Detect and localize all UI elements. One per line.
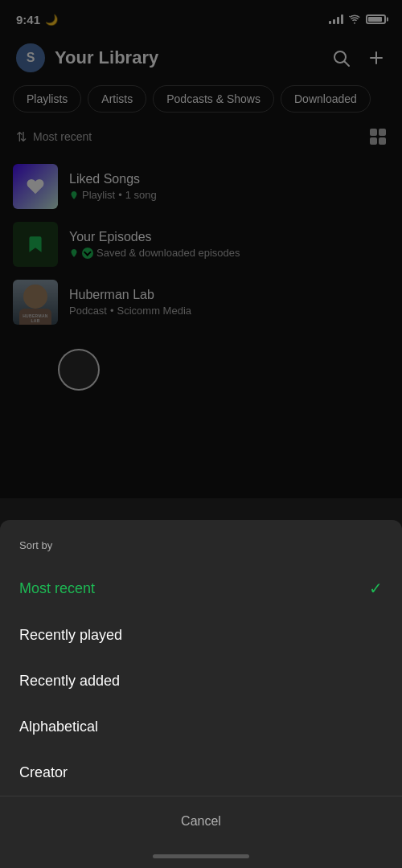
sort-option-label: Recently played [19,627,122,644]
cancel-button[interactable]: Cancel [19,796,383,846]
sort-option-label: Recently added [19,673,120,690]
sort-option-recently-added[interactable]: Recently added [19,658,383,704]
overlay-dim [0,0,402,498]
home-indicator [19,846,383,868]
sort-option-label: Creator [19,764,68,781]
bottom-sheet: Sort by Most recent ✓ Recently played Re… [0,520,402,868]
sort-option-label: Most recent [19,580,95,597]
sort-option-creator[interactable]: Creator [19,750,383,796]
sort-option-most-recent[interactable]: Most recent ✓ [19,564,383,612]
sort-option-label: Alphabetical [19,719,98,735]
home-bar [153,854,249,858]
checkmark-icon: ✓ [369,579,383,598]
sort-option-recently-played[interactable]: Recently played [19,612,383,658]
sort-option-alphabetical[interactable]: Alphabetical [19,704,383,750]
sheet-title: Sort by [19,539,383,551]
